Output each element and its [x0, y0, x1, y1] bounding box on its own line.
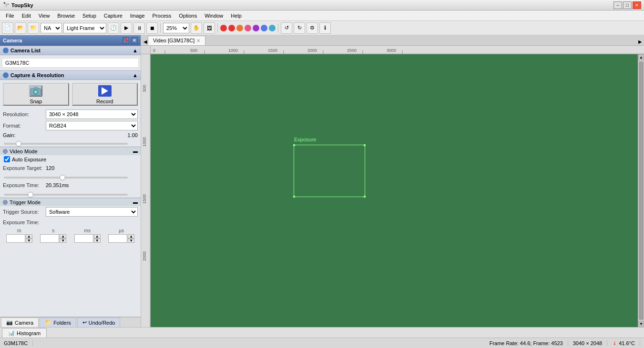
- time-ms-input[interactable]: [74, 234, 93, 243]
- minimize-button[interactable]: −: [613, 1, 622, 9]
- svg-text:1500: 1500: [268, 48, 277, 53]
- menu-file[interactable]: File: [2, 12, 18, 20]
- tab-undo-redo[interactable]: ↩ Undo/Redo: [77, 318, 121, 327]
- undo-redo-tab-label: Undo/Redo: [89, 320, 115, 326]
- thermometer-icon: 🌡: [612, 340, 617, 346]
- tb-clock-button[interactable]: 🕐: [108, 22, 119, 34]
- tb-status-purple: [253, 25, 259, 31]
- svg-text:3000: 3000: [387, 48, 396, 53]
- prev-tab-arrow[interactable]: ◀: [143, 39, 147, 44]
- tab-camera[interactable]: 📷 Camera: [1, 318, 39, 327]
- camera-item-g3m178c[interactable]: G3M178C: [2, 58, 139, 68]
- time-m-down[interactable]: ▼: [26, 239, 32, 243]
- trigger-mode-header: Trigger Mode ▬: [0, 198, 141, 206]
- resolution-select[interactable]: 3040 × 2048: [46, 109, 138, 119]
- time-us-label: µs: [119, 228, 124, 233]
- tb-zoom-select[interactable]: 25% 50% 100%: [163, 23, 189, 33]
- tb-open-button[interactable]: 📂: [15, 22, 26, 34]
- menu-capture[interactable]: Capture: [100, 12, 126, 20]
- tb-settings-button[interactable]: ⚙: [307, 22, 318, 34]
- record-button[interactable]: Record: [72, 83, 138, 106]
- scroll-up-button[interactable]: ▲: [638, 54, 644, 60]
- time-m-up[interactable]: ▲: [26, 234, 32, 239]
- time-s-label: s: [52, 228, 54, 233]
- time-ms-up[interactable]: ▲: [94, 234, 101, 239]
- panel-close-button[interactable]: ✕: [131, 37, 138, 44]
- tb-status-cyan: [269, 25, 276, 31]
- tb-rotate-right[interactable]: ↻: [294, 22, 305, 34]
- video-tab-g3m178c[interactable]: Video [G3M178C] ✕: [148, 36, 205, 45]
- tb-hand-button[interactable]: ✋: [191, 22, 202, 34]
- exposure-target-label: Exposure Target:: [3, 165, 46, 171]
- exposure-box: Exposure: [294, 145, 365, 197]
- collapse-icon[interactable]: ▲: [133, 48, 138, 53]
- tb-image-button[interactable]: 🖼: [204, 22, 215, 34]
- menu-process[interactable]: Process: [149, 12, 175, 20]
- time-ms-down[interactable]: ▼: [94, 239, 101, 243]
- tb-stop-button[interactable]: ⏹: [146, 22, 158, 34]
- next-tab-arrow[interactable]: ▶: [638, 39, 642, 44]
- tb-camera-select[interactable]: NA: [41, 23, 62, 33]
- snap-camera-icon: [29, 85, 42, 97]
- menu-window[interactable]: Window: [201, 12, 227, 20]
- menu-browse[interactable]: Browse: [53, 12, 79, 20]
- exposure-time-slider[interactable]: [4, 194, 128, 196]
- snap-icon: [29, 84, 42, 98]
- tb-pause-button[interactable]: ⏸: [133, 22, 145, 34]
- time-us-input[interactable]: [108, 234, 127, 243]
- tb-status-pink: [245, 25, 251, 31]
- v-scrollbar[interactable]: ▲ ▼: [638, 54, 644, 327]
- menu-options[interactable]: Options: [175, 12, 201, 20]
- scroll-thumb[interactable]: [639, 61, 644, 320]
- menu-image[interactable]: Image: [126, 12, 149, 20]
- svg-text:1000: 1000: [228, 48, 238, 53]
- svg-text:0: 0: [153, 48, 155, 53]
- time-s-down[interactable]: ▼: [60, 239, 66, 243]
- tb-rotate-left[interactable]: ↺: [281, 22, 292, 34]
- menu-setup[interactable]: Setup: [79, 12, 100, 20]
- scroll-down-button[interactable]: ▼: [638, 321, 644, 327]
- maximize-button[interactable]: □: [623, 1, 632, 9]
- time-s-up[interactable]: ▲: [60, 234, 66, 239]
- tb-play-button[interactable]: ▶: [121, 22, 132, 34]
- video-tab-close[interactable]: ✕: [196, 38, 200, 43]
- capture-collapse-icon[interactable]: ▲: [133, 72, 138, 78]
- histogram-tab[interactable]: 📊 Histogram: [2, 328, 47, 338]
- tb-status-orange: [236, 25, 243, 31]
- tab-folders[interactable]: 📁 Folders: [40, 318, 76, 327]
- time-us-up[interactable]: ▲: [128, 234, 134, 239]
- canvas-row: 500 1000 1500 2000 Exposure: [141, 54, 644, 327]
- panel-pin-button[interactable]: 📌: [123, 37, 129, 44]
- tb-separator-3: [278, 23, 278, 33]
- video-mode-icon: [3, 149, 8, 154]
- exposure-target-slider[interactable]: [4, 177, 128, 179]
- time-m-input[interactable]: [6, 234, 25, 243]
- menu-edit[interactable]: Edit: [18, 12, 35, 20]
- menu-help[interactable]: Help: [227, 12, 245, 20]
- image-viewport: Exposure: [151, 54, 638, 327]
- gain-slider[interactable]: [4, 143, 128, 145]
- capture-title: Capture & Resolution: [10, 72, 64, 78]
- tb-folder-button[interactable]: 📁: [28, 22, 39, 34]
- auto-exposure-checkbox[interactable]: [4, 156, 10, 162]
- time-ms-input-row: ▲ ▼: [74, 234, 101, 243]
- time-us-down[interactable]: ▼: [128, 239, 134, 243]
- corner-bl: [293, 196, 295, 198]
- camera-panel-title: Camera: [3, 38, 22, 43]
- time-ms-col: ms ▲ ▼: [71, 228, 104, 243]
- trigger-mode-collapse[interactable]: ▬: [133, 199, 138, 205]
- format-select[interactable]: RGB24: [46, 121, 138, 130]
- folders-tab-icon: 📁: [45, 319, 51, 326]
- menu-view[interactable]: View: [35, 12, 54, 20]
- tb-info-button[interactable]: ℹ: [319, 22, 331, 34]
- gain-label: Gain:: [3, 132, 15, 138]
- video-mode-collapse[interactable]: ▬: [133, 149, 138, 154]
- snap-button[interactable]: Snap: [3, 83, 69, 106]
- panel-controls: 📌 ✕: [123, 37, 138, 44]
- trigger-source-select[interactable]: Software Hardware: [46, 207, 138, 217]
- tb-new-button[interactable]: 📄: [2, 22, 13, 34]
- time-s-input[interactable]: [40, 234, 59, 243]
- close-button[interactable]: ✕: [633, 1, 641, 9]
- panel-scroll[interactable]: Camera List ▲ G3M178C Capture & Resoluti…: [0, 46, 141, 317]
- tb-frame-type-select[interactable]: Light Frame Dark Frame Flat Frame Bias F…: [63, 23, 106, 33]
